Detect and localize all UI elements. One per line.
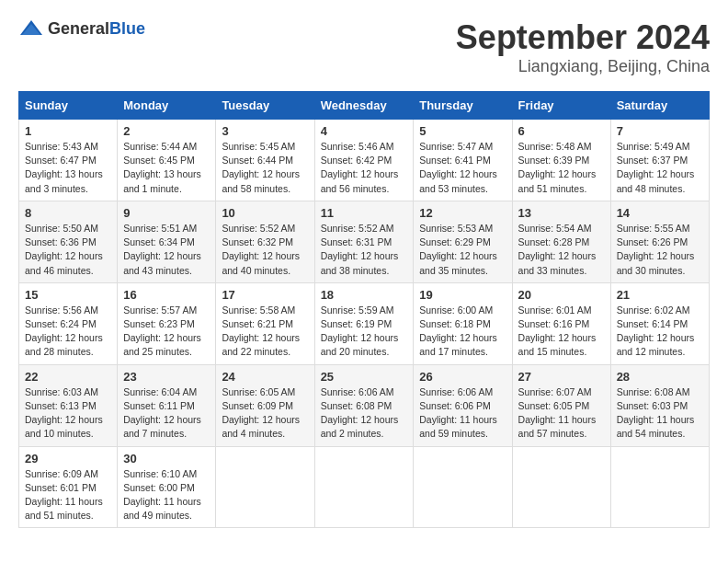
calendar-cell: 28Sunrise: 6:08 AM Sunset: 6:03 PM Dayli… — [610, 364, 709, 446]
calendar-table: SundayMondayTuesdayWednesdayThursdayFrid… — [18, 91, 710, 528]
day-number: 3 — [222, 124, 308, 138]
calendar-cell: 15Sunrise: 5:56 AM Sunset: 6:24 PM Dayli… — [19, 282, 118, 364]
calendar-cell: 5Sunrise: 5:47 AM Sunset: 6:41 PM Daylig… — [414, 120, 512, 201]
calendar-cell: 14Sunrise: 5:55 AM Sunset: 6:26 PM Dayli… — [610, 201, 709, 282]
day-number: 29 — [25, 452, 111, 465]
day-content: Sunrise: 5:44 AM Sunset: 6:45 PM Dayligh… — [123, 140, 210, 196]
day-content: Sunrise: 5:48 AM Sunset: 6:39 PM Dayligh… — [518, 140, 605, 196]
day-number: 6 — [518, 124, 605, 138]
calendar-cell — [216, 446, 314, 528]
column-header-wednesday: Wednesday — [314, 92, 414, 120]
day-number: 30 — [123, 452, 210, 465]
calendar-cell: 13Sunrise: 5:54 AM Sunset: 6:28 PM Dayli… — [512, 201, 610, 282]
day-content: Sunrise: 6:10 AM Sunset: 6:00 PM Dayligh… — [123, 467, 210, 523]
day-number: 14 — [617, 206, 703, 220]
location-subtitle: Liangxiang, Beijing, China — [456, 57, 710, 76]
day-content: Sunrise: 5:56 AM Sunset: 6:24 PM Dayligh… — [25, 304, 111, 360]
day-content: Sunrise: 6:04 AM Sunset: 6:11 PM Dayligh… — [123, 385, 210, 442]
day-content: Sunrise: 6:00 AM Sunset: 6:18 PM Dayligh… — [419, 304, 506, 360]
day-number: 8 — [25, 206, 111, 220]
calendar-cell: 23Sunrise: 6:04 AM Sunset: 6:11 PM Dayli… — [118, 364, 216, 446]
day-number: 1 — [25, 124, 111, 138]
calendar-cell: 22Sunrise: 6:03 AM Sunset: 6:13 PM Dayli… — [19, 364, 118, 446]
day-content: Sunrise: 5:52 AM Sunset: 6:32 PM Dayligh… — [222, 222, 308, 278]
day-number: 19 — [419, 288, 506, 302]
day-number: 24 — [222, 370, 308, 384]
calendar-cell: 3Sunrise: 5:45 AM Sunset: 6:44 PM Daylig… — [216, 120, 314, 201]
calendar-cell: 27Sunrise: 6:07 AM Sunset: 6:05 PM Dayli… — [512, 364, 610, 446]
logo-text-general: General — [48, 19, 109, 38]
calendar-cell: 25Sunrise: 6:06 AM Sunset: 6:08 PM Dayli… — [314, 364, 414, 446]
calendar-cell: 8Sunrise: 5:50 AM Sunset: 6:36 PM Daylig… — [19, 201, 118, 282]
day-number: 21 — [617, 288, 703, 302]
day-number: 7 — [617, 124, 703, 138]
calendar-cell: 11Sunrise: 5:52 AM Sunset: 6:31 PM Dayli… — [314, 201, 414, 282]
day-content: Sunrise: 6:06 AM Sunset: 6:06 PM Dayligh… — [419, 385, 506, 442]
day-number: 27 — [518, 370, 605, 384]
day-content: Sunrise: 5:46 AM Sunset: 6:42 PM Dayligh… — [321, 140, 408, 196]
calendar-cell: 18Sunrise: 5:59 AM Sunset: 6:19 PM Dayli… — [314, 282, 414, 364]
day-number: 23 — [123, 370, 210, 384]
title-block: September 2024 Liangxiang, Beijing, Chin… — [456, 18, 710, 76]
day-number: 12 — [419, 206, 506, 220]
logo: GeneralBlue — [18, 18, 145, 39]
day-content: Sunrise: 6:01 AM Sunset: 6:16 PM Dayligh… — [518, 304, 605, 360]
calendar-cell: 1Sunrise: 5:43 AM Sunset: 6:47 PM Daylig… — [19, 120, 118, 201]
column-header-friday: Friday — [512, 92, 610, 120]
calendar-week-row: 22Sunrise: 6:03 AM Sunset: 6:13 PM Dayli… — [19, 364, 710, 446]
day-number: 26 — [419, 370, 506, 384]
day-content: Sunrise: 5:49 AM Sunset: 6:37 PM Dayligh… — [617, 140, 703, 196]
day-content: Sunrise: 5:55 AM Sunset: 6:26 PM Dayligh… — [617, 222, 703, 278]
calendar-cell: 29Sunrise: 6:09 AM Sunset: 6:01 PM Dayli… — [19, 446, 118, 528]
column-header-tuesday: Tuesday — [216, 92, 314, 120]
calendar-week-row: 29Sunrise: 6:09 AM Sunset: 6:01 PM Dayli… — [19, 446, 710, 528]
calendar-cell: 6Sunrise: 5:48 AM Sunset: 6:39 PM Daylig… — [512, 120, 610, 201]
day-number: 17 — [222, 288, 308, 302]
calendar-cell — [610, 446, 709, 528]
day-number: 28 — [617, 370, 703, 384]
day-number: 4 — [321, 124, 408, 138]
day-number: 13 — [518, 206, 605, 220]
page-header: GeneralBlue September 2024 Liangxiang, B… — [18, 18, 710, 76]
calendar-cell — [512, 446, 610, 528]
calendar-cell: 20Sunrise: 6:01 AM Sunset: 6:16 PM Dayli… — [512, 282, 610, 364]
calendar-week-row: 1Sunrise: 5:43 AM Sunset: 6:47 PM Daylig… — [19, 120, 710, 201]
calendar-cell: 21Sunrise: 6:02 AM Sunset: 6:14 PM Dayli… — [610, 282, 709, 364]
day-content: Sunrise: 5:58 AM Sunset: 6:21 PM Dayligh… — [222, 304, 308, 360]
day-content: Sunrise: 5:51 AM Sunset: 6:34 PM Dayligh… — [123, 222, 210, 278]
day-number: 9 — [123, 206, 210, 220]
day-content: Sunrise: 5:57 AM Sunset: 6:23 PM Dayligh… — [123, 304, 210, 360]
calendar-cell: 10Sunrise: 5:52 AM Sunset: 6:32 PM Dayli… — [216, 201, 314, 282]
day-content: Sunrise: 5:47 AM Sunset: 6:41 PM Dayligh… — [419, 140, 506, 196]
day-content: Sunrise: 5:50 AM Sunset: 6:36 PM Dayligh… — [25, 222, 111, 278]
calendar-cell: 12Sunrise: 5:53 AM Sunset: 6:29 PM Dayli… — [414, 201, 512, 282]
generalblue-logo-icon — [18, 18, 44, 39]
day-content: Sunrise: 5:45 AM Sunset: 6:44 PM Dayligh… — [222, 140, 308, 196]
calendar-cell: 16Sunrise: 5:57 AM Sunset: 6:23 PM Dayli… — [118, 282, 216, 364]
day-number: 20 — [518, 288, 605, 302]
day-number: 10 — [222, 206, 308, 220]
day-content: Sunrise: 6:05 AM Sunset: 6:09 PM Dayligh… — [222, 385, 308, 442]
calendar-cell: 2Sunrise: 5:44 AM Sunset: 6:45 PM Daylig… — [118, 120, 216, 201]
day-content: Sunrise: 6:03 AM Sunset: 6:13 PM Dayligh… — [25, 385, 111, 442]
calendar-cell: 26Sunrise: 6:06 AM Sunset: 6:06 PM Dayli… — [414, 364, 512, 446]
day-content: Sunrise: 5:53 AM Sunset: 6:29 PM Dayligh… — [419, 222, 506, 278]
column-header-sunday: Sunday — [19, 92, 118, 120]
calendar-header-row: SundayMondayTuesdayWednesdayThursdayFrid… — [19, 92, 710, 120]
day-content: Sunrise: 6:09 AM Sunset: 6:01 PM Dayligh… — [25, 467, 111, 523]
calendar-week-row: 15Sunrise: 5:56 AM Sunset: 6:24 PM Dayli… — [19, 282, 710, 364]
day-number: 11 — [321, 206, 408, 220]
day-number: 15 — [25, 288, 111, 302]
column-header-thursday: Thursday — [414, 92, 512, 120]
day-number: 22 — [25, 370, 111, 384]
logo-text-blue: Blue — [109, 19, 145, 38]
calendar-cell — [314, 446, 414, 528]
day-content: Sunrise: 5:54 AM Sunset: 6:28 PM Dayligh… — [518, 222, 605, 278]
calendar-cell: 7Sunrise: 5:49 AM Sunset: 6:37 PM Daylig… — [610, 120, 709, 201]
day-content: Sunrise: 6:02 AM Sunset: 6:14 PM Dayligh… — [617, 304, 703, 360]
calendar-cell: 9Sunrise: 5:51 AM Sunset: 6:34 PM Daylig… — [118, 201, 216, 282]
column-header-monday: Monday — [118, 92, 216, 120]
day-content: Sunrise: 5:43 AM Sunset: 6:47 PM Dayligh… — [25, 140, 111, 196]
day-number: 18 — [321, 288, 408, 302]
day-number: 5 — [419, 124, 506, 138]
